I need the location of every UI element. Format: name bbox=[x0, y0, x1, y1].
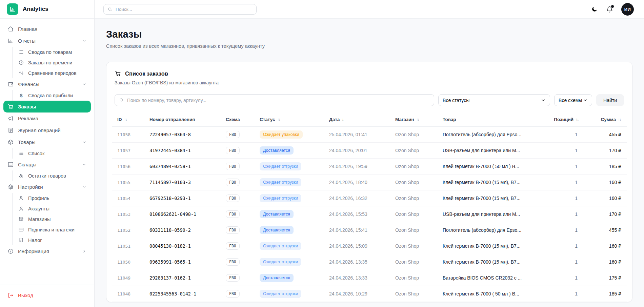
date-cell: 24.04.2026, 18:40 bbox=[329, 180, 395, 185]
sidebar-item-info[interactable]: Информация bbox=[3, 245, 91, 257]
sidebar-item-warehouses[interactable]: Склады bbox=[3, 159, 91, 170]
sidebar-item-products-list[interactable]: Список bbox=[12, 148, 91, 159]
column-header-positions[interactable]: Позиций ↑↓ bbox=[543, 117, 579, 122]
nav-item-icon bbox=[7, 115, 14, 122]
sum-cell: 160 ₽ bbox=[579, 259, 621, 265]
order-row[interactable]: 11050 09635991-0565-1 FBO Ожидает отгруз… bbox=[112, 254, 627, 270]
shop-cell: Ozon Shop bbox=[395, 164, 443, 169]
nav-item-label: Подписка и платежи bbox=[28, 227, 75, 232]
order-row[interactable]: 11054 66792518-0293-1 FBO Ожидает отгруз… bbox=[112, 190, 627, 206]
notifications-button[interactable] bbox=[606, 6, 613, 13]
sidebar-item-home[interactable]: Главная bbox=[3, 23, 91, 35]
nav-item-icon bbox=[18, 173, 24, 179]
app-name: Analytics bbox=[23, 6, 48, 13]
nav-item-icon bbox=[7, 103, 14, 110]
order-row[interactable]: 11057 31972445-0384-1 FBO Доставляется 2… bbox=[112, 143, 627, 159]
positions-cell: 1 bbox=[543, 275, 579, 281]
nav-item-icon bbox=[7, 248, 14, 254]
column-header-status[interactable]: Статус ↑↓ bbox=[260, 117, 329, 122]
main-area: ИИ Заказы Список заказов из всех магазин… bbox=[95, 0, 644, 307]
chevron-down-icon bbox=[541, 98, 546, 103]
order-row[interactable]: 11048 0225345563-0142-1 FBO Ожидает отгр… bbox=[112, 286, 627, 302]
column-header-shop[interactable]: Магазин ↑↓ bbox=[395, 117, 443, 122]
column-header-sum[interactable]: Сумма ↑↓ bbox=[579, 117, 621, 122]
column-header-date[interactable]: Дата ↓ bbox=[329, 117, 395, 122]
chevron-icon bbox=[82, 60, 87, 65]
table-body: 11058 72249057-0364-8 FBO Ожидает упаков… bbox=[112, 127, 627, 302]
order-row[interactable]: 11051 08045130-0182-1 FBO Ожидает отгруз… bbox=[112, 238, 627, 254]
sidebar-item-subscription[interactable]: Подписка и платежи bbox=[12, 224, 91, 235]
date-cell: 25.04.2026, 01:41 bbox=[329, 132, 395, 137]
shop-cell: Ozon Shop bbox=[395, 227, 443, 233]
order-row[interactable]: 11053 0108662621-0498-1 FBO Доставляется… bbox=[112, 206, 627, 222]
cart-icon bbox=[115, 70, 121, 77]
sidebar-item-products[interactable]: Товары bbox=[3, 136, 91, 148]
filters-row: Все статусы Все схемы Найти bbox=[112, 94, 627, 106]
chevron-icon bbox=[82, 140, 87, 145]
sidebar-item-reports[interactable]: Отчеты bbox=[3, 35, 91, 47]
order-row[interactable]: 11049 29283137-0162-1 FBO Доставляется 2… bbox=[112, 270, 627, 286]
table-header: ID ↑↓ Номер отправления Схема bbox=[112, 114, 627, 127]
column-header-number: Номер отправления bbox=[149, 117, 226, 122]
scheme-select[interactable]: Все схемы bbox=[554, 94, 592, 106]
topbar: ИИ bbox=[95, 0, 644, 19]
shipment-number-cell: 66792518-0293-1 bbox=[149, 196, 226, 201]
sidebar-item-period-comparison[interactable]: Сравнение периодов bbox=[12, 68, 91, 78]
nav-item-label: Информация bbox=[18, 248, 49, 254]
chevron-icon bbox=[82, 206, 87, 211]
order-row[interactable]: 11056 60374894-0258-1 FBO Ожидает отгруз… bbox=[112, 159, 627, 175]
sidebar-item-products-summary[interactable]: Сводка по товарам bbox=[12, 47, 91, 57]
positions-cell: 1 bbox=[543, 148, 579, 153]
nav-item-label: Настройки bbox=[18, 184, 43, 190]
sidebar-item-orders[interactable]: Заказы bbox=[3, 101, 91, 112]
chevron-icon bbox=[82, 196, 87, 201]
sidebar-item-shops[interactable]: Магазины bbox=[12, 214, 91, 224]
bar-chart-icon bbox=[9, 6, 16, 13]
sidebar-item-operations-log[interactable]: Журнал операций bbox=[3, 124, 91, 136]
column-header-id[interactable]: ID ↑↓ bbox=[117, 117, 149, 122]
shop-cell: Ozon Shop bbox=[395, 148, 443, 153]
orders-search-input[interactable] bbox=[127, 98, 430, 103]
sidebar-item-ads[interactable]: Реклама bbox=[3, 112, 91, 124]
product-cell: Поглотитель (абсорбер) для Epso... bbox=[443, 132, 543, 137]
order-id-cell: 11052 bbox=[117, 228, 149, 233]
product-cell: Клей герметик B-7000 ( 50 мл ) B... bbox=[443, 291, 543, 296]
product-cell: USB-разъем для принтера или M... bbox=[443, 148, 543, 153]
shipment-number-cell: 29283137-0162-1 bbox=[149, 275, 226, 281]
global-search-input[interactable] bbox=[116, 7, 253, 12]
avatar[interactable]: ИИ bbox=[621, 3, 634, 16]
order-row[interactable]: 11052 60331118-0590-2 FBO Доставляется 2… bbox=[112, 222, 627, 238]
sidebar-item-profile[interactable]: Профиль bbox=[12, 193, 91, 203]
status-cell: Доставляется bbox=[260, 210, 329, 218]
find-button[interactable]: Найти bbox=[596, 94, 624, 106]
date-cell: 24.04.2026, 20:01 bbox=[329, 148, 395, 153]
sidebar-item-tax[interactable]: Налог bbox=[12, 235, 91, 245]
status-badge: Доставляется bbox=[260, 146, 294, 155]
column-header-product: Товар bbox=[443, 117, 543, 122]
logout-button[interactable]: Выход bbox=[3, 289, 91, 302]
sidebar-item-stock[interactable]: Остатки товаров bbox=[12, 170, 91, 181]
nav-item-icon bbox=[18, 195, 24, 201]
shop-cell: Ozon Shop bbox=[395, 243, 443, 249]
date-cell: 24.04.2026, 13:35 bbox=[329, 259, 395, 265]
shop-cell: Ozon Shop bbox=[395, 259, 443, 265]
dark-mode-toggle[interactable] bbox=[591, 6, 598, 13]
order-row[interactable]: 11055 71145897-0103-3 FBO Ожидает отгруз… bbox=[112, 175, 627, 190]
order-row[interactable]: 11058 72249057-0364-8 FBO Ожидает упаков… bbox=[112, 127, 627, 143]
sidebar-item-profit-summary[interactable]: $ Сводка по прибыли bbox=[12, 90, 91, 101]
status-select[interactable]: Все статусы bbox=[438, 94, 550, 106]
sidebar-item-settings[interactable]: Настройки bbox=[3, 181, 91, 193]
date-cell: 24.04.2026, 19:59 bbox=[329, 164, 395, 169]
nav-item-label: Журнал операций bbox=[18, 127, 61, 133]
sum-cell: 185 ₽ bbox=[579, 164, 621, 169]
date-cell: 24.04.2026, 15:53 bbox=[329, 211, 395, 217]
status-badge: Ожидает отгрузки bbox=[260, 290, 301, 298]
scheme-badge: FBO bbox=[226, 195, 240, 202]
nav-item-icon bbox=[18, 150, 24, 156]
sidebar-item-finance[interactable]: Финансы bbox=[3, 78, 91, 90]
chevron-icon bbox=[82, 128, 87, 133]
status-cell: Ожидает отгрузки bbox=[260, 258, 329, 266]
status-badge: Доставляется bbox=[260, 274, 294, 282]
sidebar-item-orders-by-time[interactable]: Заказы по времени bbox=[12, 57, 91, 68]
sidebar-item-accounts[interactable]: Аккаунты bbox=[12, 203, 91, 214]
